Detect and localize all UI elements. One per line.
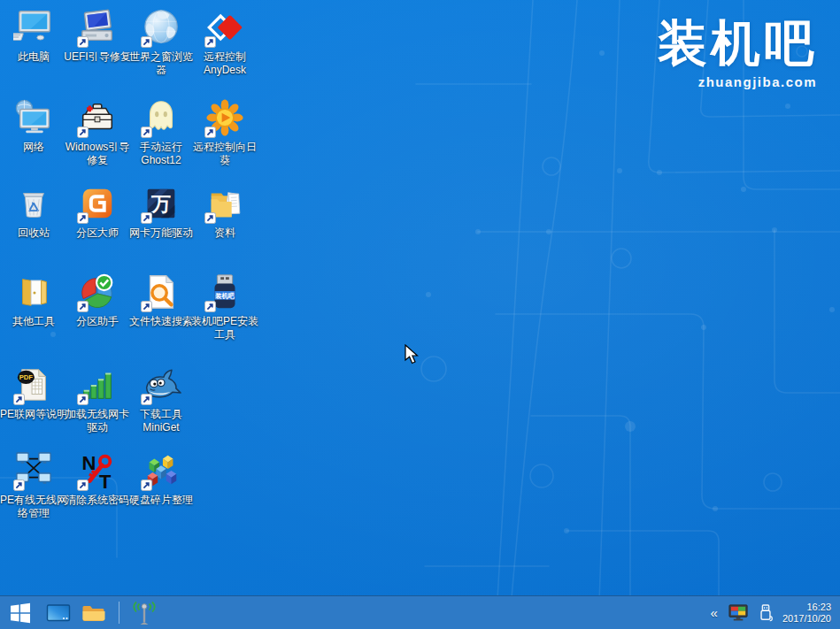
pe-network-readme-icon: PDF	[13, 364, 54, 405]
desktop-icon-world-window-browser[interactable]: 世界之窗浏览器	[129, 7, 193, 77]
shortcut-arrow-icon	[141, 127, 152, 138]
start-button[interactable]	[0, 596, 41, 629]
shortcut-arrow-icon	[204, 212, 216, 224]
shortcut-arrow-icon	[77, 301, 89, 312]
show-desktop-icon	[46, 602, 71, 624]
desktop: 装机吧 zhuangjiba.com 此电脑 UEFI引导修复 世界之窗浏览器 …	[0, 0, 840, 629]
desktop-icon-label: 其他工具	[0, 315, 70, 328]
desktop-icon-label: 分区助手	[61, 315, 134, 328]
shortcut-arrow-icon	[77, 394, 89, 405]
shortcut-arrow-icon	[77, 212, 89, 224]
shortcut-arrow-icon	[141, 36, 152, 48]
desktop-icon-disk-defrag[interactable]: 硬盘碎片整理	[129, 450, 193, 507]
desktop-icon-ghost12[interactable]: 手动运行Ghost12	[129, 97, 193, 167]
miniget-downloader-icon	[141, 364, 181, 405]
desktop-icon-label: 分区大师	[61, 226, 134, 240]
svg-text:装机吧: 装机吧	[214, 292, 235, 300]
sunflower-remote-icon	[204, 97, 245, 138]
tray-clock[interactable]: 16:23 2017/10/20	[782, 602, 831, 625]
desktop-icon-label: 网卡万能驱动	[125, 226, 197, 240]
desktop-icon-other-tools-folder[interactable]: 其他工具	[2, 272, 66, 328]
svg-text:T: T	[99, 471, 112, 491]
shortcut-arrow-icon	[13, 394, 25, 405]
desktop-icon-miniget-downloader[interactable]: 下载工具MiniGet	[129, 364, 193, 434]
brand-logo-subtitle: zhuangjiba.com	[658, 74, 817, 89]
pe-network-manager-icon	[13, 450, 54, 491]
file-explorer-button[interactable]	[76, 596, 112, 629]
desktop-icon-recycle-bin[interactable]: 回收站	[2, 183, 66, 240]
desktop-icon-pe-network-readme[interactable]: PDF PE联网等说明	[2, 364, 66, 421]
desktop-icon-label: 硬盘碎片整理	[125, 494, 197, 507]
network-icon	[13, 97, 54, 138]
file-explorer-icon	[81, 602, 106, 624]
tray-time: 16:23	[782, 602, 831, 613]
desktop-icon-label: 文件快速搜索	[125, 315, 197, 328]
desktop-icon-label: 清除系统密码	[61, 494, 134, 507]
start-icon	[9, 602, 32, 625]
svg-text:万: 万	[150, 193, 171, 215]
usb-eject-icon[interactable]	[758, 603, 774, 623]
nt-password-clear-icon: NT	[77, 450, 118, 491]
tray-expand-button[interactable]: «	[709, 606, 720, 619]
desktop-icon-label: 下载工具MiniGet	[125, 408, 197, 434]
disk-defrag-icon	[141, 450, 181, 491]
display-settings-icon[interactable]	[728, 603, 749, 623]
anydesk-remote-icon	[204, 7, 245, 48]
ghost12-icon	[141, 97, 181, 138]
brand-logo-title: 装机吧	[658, 18, 817, 70]
brand-logo: 装机吧 zhuangjiba.com	[658, 18, 817, 89]
desktop-icon-label: PE联网等说明	[0, 408, 70, 421]
docs-folder-icon	[204, 183, 245, 224]
desktop-icon-file-search[interactable]: 文件快速搜索	[129, 272, 193, 328]
mouse-cursor-icon	[404, 344, 419, 365]
desktop-icon-label: 网络	[0, 141, 70, 154]
shortcut-arrow-icon	[141, 394, 152, 405]
desktop-icon-partition-assistant[interactable]: 分区助手	[66, 272, 129, 328]
desktop-icon-label: 装机吧PE安装工具	[189, 315, 261, 341]
desktop-icon-sunflower-remote[interactable]: 远程控制向日葵	[193, 97, 257, 167]
shortcut-arrow-icon	[141, 301, 152, 312]
shortcut-arrow-icon	[204, 127, 216, 138]
desktop-icon-network[interactable]: 网络	[2, 97, 66, 154]
universal-nic-driver-icon: 万	[141, 183, 181, 224]
desktop-icon-label: 加载无线网卡驱动	[61, 408, 134, 434]
recycle-bin-icon	[13, 183, 54, 224]
desktop-icon-anydesk-remote[interactable]: 远程控制AnyDesk	[193, 7, 257, 77]
partition-assistant-icon	[77, 272, 118, 312]
taskbar-separator	[119, 602, 119, 624]
desktop-icon-windows-boot-repair[interactable]: Widnows引导修复	[66, 97, 129, 167]
wireless-antenna-icon	[131, 601, 158, 625]
desktop-icon-universal-nic-driver[interactable]: 万 网卡万能驱动	[129, 183, 193, 240]
uefi-repair-icon	[77, 7, 118, 48]
desktop-icon-wireless-driver-loader[interactable]: 加载无线网卡驱动	[66, 364, 129, 434]
windows-boot-repair-icon	[77, 97, 118, 138]
desktop-icon-label: PE有线无线网络管理	[0, 494, 70, 520]
desktop-icon-uefi-repair[interactable]: UEFI引导修复	[66, 7, 129, 64]
shortcut-arrow-icon	[141, 479, 152, 491]
system-tray: «	[709, 602, 840, 625]
desktop-icon-label: 资料	[189, 226, 261, 240]
taskbar: «	[0, 595, 840, 629]
desktop-icon-nt-password-clear[interactable]: NT 清除系统密码	[66, 450, 129, 507]
desktop-icon-label: 远程控制AnyDesk	[189, 50, 261, 77]
shortcut-arrow-icon	[77, 36, 89, 48]
desktop-icon-label: 手动运行Ghost12	[125, 141, 197, 167]
desktop-icon-diskgenius[interactable]: 分区大师	[66, 183, 129, 240]
svg-text:PDF: PDF	[19, 373, 34, 381]
shortcut-arrow-icon	[77, 127, 89, 138]
desktop-icon-zhuangjiba-pe-installer[interactable]: 装机吧 装机吧PE安装工具	[193, 272, 257, 341]
file-search-icon	[141, 272, 181, 312]
desktop-icon-this-pc[interactable]: 此电脑	[2, 7, 66, 64]
taskbar-buttons	[0, 596, 162, 629]
desktop-icon-docs-folder[interactable]: 资料	[193, 183, 257, 240]
desktop-icon-pe-network-manager[interactable]: PE有线无线网络管理	[2, 450, 66, 520]
zhuangjiba-pe-installer-icon: 装机吧	[204, 272, 245, 312]
desktop-icon-label: 远程控制向日葵	[189, 141, 261, 167]
desktop-icon-label: Widnows引导修复	[61, 141, 134, 167]
shortcut-arrow-icon	[77, 479, 89, 491]
show-desktop-button[interactable]	[41, 596, 76, 629]
shortcut-arrow-icon	[141, 212, 152, 224]
desktop-icon-label: 回收站	[0, 226, 70, 240]
shortcut-arrow-icon	[204, 36, 216, 48]
wireless-antenna-button[interactable]	[127, 596, 162, 629]
